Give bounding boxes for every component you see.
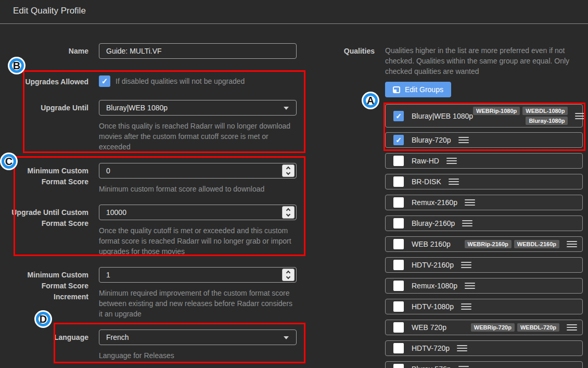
- number-spinner[interactable]: [282, 206, 295, 219]
- quality-row: WEB 2160p WEBRip-2160pWEBDL-2160p: [385, 236, 583, 252]
- upgrade-until-label: Upgrade Until: [8, 100, 88, 113]
- upgrade-until-custom-format-score-input[interactable]: 10000: [99, 205, 297, 220]
- quality-name: WEB 720p: [412, 323, 446, 332]
- drag-handle-icon[interactable]: [446, 158, 457, 164]
- annotation-marker-d: D: [36, 312, 50, 326]
- drag-handle-icon[interactable]: [461, 262, 471, 268]
- number-spinner[interactable]: [282, 269, 295, 281]
- checkbox-check-icon: ✓: [101, 77, 108, 86]
- quality-checkbox[interactable]: [393, 156, 404, 166]
- quality-row: BR-DISK: [385, 174, 583, 189]
- upgrades-allowed-label: Upgrades Allowed: [8, 74, 88, 87]
- quality-row: HDTV-720p: [385, 340, 583, 356]
- quality-name: Remux-1080p: [412, 282, 457, 290]
- quality-checkbox[interactable]: [393, 364, 404, 368]
- language-select[interactable]: French: [99, 329, 297, 345]
- quality-name: Bluray-2160p: [412, 219, 455, 227]
- page-title: Edit Quality Profile: [13, 6, 86, 16]
- modal-header: Edit Quality Profile: [0, 0, 588, 24]
- quality-group-badge: WEBRip-1080p: [473, 107, 520, 115]
- upgrade-until-custom-format-score-label: Upgrade Until Custom Format Score: [8, 205, 88, 229]
- qualities-list: ✓ Bluray|WEB 1080p WEBRip-1080pWEBDL-108…: [385, 104, 583, 368]
- min-custom-format-score-value: 0: [106, 167, 110, 175]
- chevron-down-icon: [284, 107, 289, 110]
- drag-handle-icon[interactable]: [449, 179, 459, 185]
- quality-name: HDTV-720p: [412, 344, 450, 352]
- drag-handle-icon[interactable]: [457, 345, 467, 351]
- language-value: French: [106, 333, 129, 341]
- quality-row: WEB 720p WEBRip-720pWEBDL-720p: [385, 320, 583, 335]
- quality-name: Remux-2160p: [412, 198, 457, 207]
- drag-handle-icon[interactable]: [461, 303, 471, 310]
- quality-group-badge: WEBDL-720p: [517, 323, 559, 332]
- min-custom-format-score-helper: Minimum custom format score allowed to d…: [99, 184, 307, 194]
- min-custom-format-score-increment-label: Minimum Custom Format Score Increment: [8, 267, 88, 302]
- quality-name: WEB 2160p: [412, 240, 451, 248]
- upgrade-until-custom-format-score-value: 10000: [106, 208, 126, 217]
- upgrade-until-custom-format-score-helper: Once the quality cutoff is met or exceed…: [99, 225, 307, 257]
- qualities-label: Qualities: [333, 47, 375, 55]
- language-label: Language: [8, 329, 88, 343]
- edit-groups-button[interactable]: Edit Groups: [385, 82, 451, 97]
- drag-handle-icon[interactable]: [462, 220, 472, 226]
- drag-handle-icon[interactable]: [465, 283, 475, 289]
- quality-checkbox[interactable]: [393, 343, 404, 353]
- drag-handle-icon[interactable]: [465, 199, 475, 206]
- qualities-description: Qualities higher in the list are more pr…: [385, 45, 578, 77]
- quality-checkbox[interactable]: [393, 260, 404, 270]
- drag-handle-icon[interactable]: [458, 137, 469, 143]
- quality-badges: WEBRip-720pWEBDL-720p: [471, 323, 559, 332]
- quality-checkbox[interactable]: [393, 281, 404, 291]
- name-label: Name: [8, 43, 88, 57]
- quality-group-badge: Bluray-1080p: [526, 117, 568, 125]
- quality-row: ✓ Bluray|WEB 1080p WEBRip-1080pWEBDL-108…: [385, 104, 583, 128]
- quality-row: HDTV-1080p: [385, 299, 583, 314]
- quality-checkbox[interactable]: [393, 197, 404, 208]
- upgrades-allowed-checkbox[interactable]: ✓: [99, 75, 110, 87]
- upgrade-until-value: Bluray|WEB 1080p: [106, 104, 168, 112]
- chevron-down-icon: [284, 336, 289, 339]
- quality-group-badge: WEBRip-2160p: [465, 240, 512, 248]
- quality-name: Bluray-576p: [412, 365, 451, 368]
- edit-groups-icon: [393, 86, 400, 93]
- drag-handle-icon[interactable]: [458, 366, 469, 368]
- quality-row: Remux-1080p: [385, 278, 583, 294]
- drag-handle-icon[interactable]: [575, 113, 585, 119]
- min-custom-format-score-label: Minimum Custom Format Score: [8, 163, 88, 187]
- min-custom-format-score-input[interactable]: 0: [99, 163, 297, 179]
- spinner-down-icon: [286, 275, 290, 279]
- quality-row: Bluray-576p: [385, 361, 583, 368]
- quality-badges: WEBRip-2160pWEBDL-2160p: [465, 240, 559, 248]
- quality-name: Raw-HD: [412, 157, 439, 165]
- quality-badges: WEBRip-1080pWEBDL-1080p Bluray-1080p: [473, 107, 568, 125]
- quality-checkbox[interactable]: [393, 176, 404, 187]
- quality-name: BR-DISK: [412, 177, 441, 186]
- quality-checkbox[interactable]: [393, 218, 404, 229]
- drag-handle-icon[interactable]: [567, 241, 577, 247]
- min-custom-format-score-increment-value: 1: [106, 271, 110, 279]
- quality-group-badge: WEBDL-2160p: [514, 240, 559, 248]
- quality-name: Bluray|WEB 1080p: [412, 112, 473, 120]
- quality-row: Bluray-2160p: [385, 215, 583, 231]
- spinner-down-icon: [286, 171, 290, 175]
- quality-checkbox[interactable]: [393, 322, 404, 333]
- language-helper: Language for Releases: [99, 350, 307, 361]
- min-custom-format-score-increment-input[interactable]: 1: [99, 267, 297, 283]
- quality-group-badge: WEBDL-1080p: [522, 107, 568, 115]
- spinner-down-icon: [286, 212, 290, 217]
- quality-checkbox[interactable]: ✓: [393, 111, 404, 121]
- name-input[interactable]: [99, 43, 297, 59]
- number-spinner[interactable]: [282, 164, 295, 177]
- quality-row: ✓ Bluray-720p: [385, 132, 583, 148]
- quality-checkbox[interactable]: ✓: [393, 135, 404, 145]
- annotation-marker-b: B: [9, 58, 24, 73]
- drag-handle-icon[interactable]: [567, 324, 577, 331]
- upgrade-until-select[interactable]: Bluray|WEB 1080p: [99, 100, 297, 116]
- min-custom-format-score-increment-helper: Minimum required improvement of the cust…: [99, 288, 307, 319]
- quality-checkbox[interactable]: [393, 301, 404, 312]
- quality-row: Remux-2160p: [385, 195, 583, 210]
- annotation-marker-a: A: [363, 93, 378, 108]
- quality-row: Raw-HD: [385, 153, 583, 169]
- quality-name: HDTV-2160p: [412, 261, 454, 269]
- quality-checkbox[interactable]: [393, 239, 404, 249]
